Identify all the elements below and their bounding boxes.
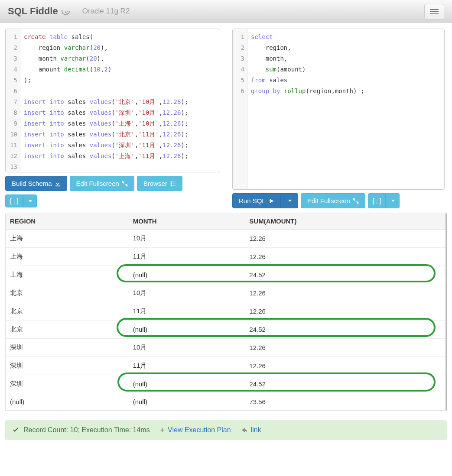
run-sql-button[interactable]: Run SQL	[232, 193, 281, 208]
edit-fullscreen-button[interactable]: Edit Fullscreen	[301, 193, 365, 208]
cell: 深圳	[6, 339, 129, 357]
cell: 12.26	[245, 248, 445, 266]
cell: 24.52	[245, 375, 445, 393]
cell: 10月	[129, 284, 245, 302]
check-icon	[12, 427, 19, 434]
cell: 12.26	[245, 302, 445, 321]
cell: (null)	[6, 393, 129, 411]
schema-editor[interactable]: 12345678910111213 create table sales( re…	[5, 29, 220, 172]
cell: (null)	[129, 375, 245, 393]
build-schema-button[interactable]: Build Schema	[5, 176, 67, 191]
permalink-link[interactable]: link	[251, 426, 261, 434]
play-icon	[268, 198, 274, 204]
expand-icon	[353, 198, 359, 204]
results-panel: REGIONMONTHSUM(AMOUNT) 上海10月12.26上海11月12…	[5, 213, 447, 411]
cell: 深圳	[6, 357, 129, 375]
button-label: Edit Fullscreen	[76, 180, 119, 187]
table-row: 上海11月12.26	[6, 248, 445, 266]
browser-button[interactable]: Browser	[137, 176, 182, 191]
cell: 24.52	[245, 321, 445, 339]
run-sql-dropdown[interactable]	[281, 193, 298, 208]
caret-down-icon	[29, 200, 32, 202]
table-row: 北京(null)24.52	[6, 321, 445, 339]
cell: (null)	[129, 321, 245, 339]
cell: 12.26	[245, 230, 445, 248]
cell: 10月	[129, 339, 245, 357]
table-row: 深圳10月12.26	[6, 339, 445, 357]
nautilus-icon	[60, 6, 72, 16]
column-header[interactable]: SUM(AMOUNT)	[245, 213, 445, 230]
brand-text: SQL Fiddle	[8, 6, 58, 17]
share-icon	[241, 427, 247, 433]
cell: 12.26	[245, 284, 445, 302]
cell: 12.26	[245, 339, 445, 357]
table-row: 上海10月12.26	[6, 230, 445, 248]
cell: (null)	[129, 266, 245, 284]
column-header[interactable]: MONTH	[129, 213, 245, 230]
table-row: 北京10月12.26	[6, 284, 445, 302]
menu-toggle[interactable]	[424, 4, 444, 19]
code-area[interactable]: create table sales( region varchar(20), …	[20, 29, 220, 172]
terminator-button[interactable]: [ ; ]	[368, 193, 386, 208]
line-gutter: 12345678910111213	[6, 29, 20, 172]
status-text: Record Count: 10; Execution Time: 14ms	[23, 426, 150, 434]
cell: 11月	[129, 357, 245, 375]
terminator-dropdown[interactable]	[23, 194, 37, 207]
cell: 北京	[6, 321, 129, 339]
cell: 24.52	[245, 266, 445, 284]
query-editor[interactable]: 123456 select region, month, sum(amount)…	[232, 29, 445, 190]
button-label: Browser	[143, 180, 167, 187]
button-label: Run SQL	[239, 197, 266, 204]
cell: 11月	[129, 302, 245, 321]
cell: (null)	[129, 393, 245, 411]
button-label: Build Schema	[12, 180, 52, 187]
cell: 深圳	[6, 375, 129, 393]
terminator-dropdown[interactable]	[386, 193, 400, 208]
caret-down-icon	[288, 200, 292, 202]
table-row: (null)(null)73.56	[6, 393, 445, 411]
cell: 上海	[6, 230, 129, 248]
table-row: 深圳11月12.26	[6, 357, 445, 375]
column-header[interactable]: REGION	[6, 213, 129, 230]
cell: 北京	[6, 302, 129, 321]
table-row: 深圳(null)24.52	[6, 375, 445, 393]
table-row: 上海(null)24.52	[6, 266, 445, 284]
cell: 上海	[6, 266, 129, 284]
terminator-button[interactable]: [ ; ]	[5, 194, 23, 207]
button-label: Edit Fullscreen	[307, 197, 350, 204]
tree-icon	[170, 181, 176, 187]
status-bar: Record Count: 10; Execution Time: 14ms +…	[5, 420, 447, 440]
cell: 11月	[129, 248, 245, 266]
line-gutter: 123456	[233, 29, 247, 189]
table-row: 北京11月12.26	[6, 302, 445, 321]
plus-icon: +	[160, 426, 164, 434]
expand-icon	[122, 181, 128, 187]
results-table: REGIONMONTHSUM(AMOUNT) 上海10月12.26上海11月12…	[6, 213, 445, 410]
brand[interactable]: SQL Fiddle	[8, 6, 72, 17]
cell: 上海	[6, 248, 129, 266]
cell: 10月	[129, 230, 245, 248]
download-icon	[55, 181, 61, 187]
db-selector[interactable]: Oracle 11g R2	[80, 6, 133, 16]
caret-down-icon	[391, 200, 395, 202]
cell: 12.26	[245, 357, 445, 375]
code-area[interactable]: select region, month, sum(amount) from s…	[247, 29, 444, 189]
edit-fullscreen-button[interactable]: Edit Fullscreen	[70, 176, 134, 191]
cell: 北京	[6, 284, 129, 302]
navbar: SQL Fiddle Oracle 11g R2	[0, 0, 452, 23]
execution-plan-link[interactable]: View Execution Plan	[168, 426, 231, 434]
cell: 73.56	[245, 393, 445, 411]
svg-point-2	[65, 14, 65, 15]
